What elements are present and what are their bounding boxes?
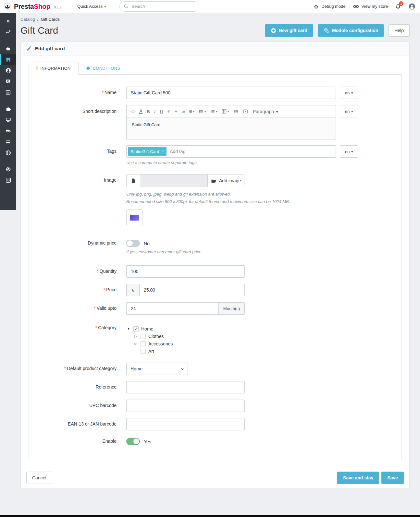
valid-upto-label: *Valid upto — [29, 302, 126, 315]
caret-down-icon: ▾ — [351, 91, 353, 95]
shopping-basket-icon — [5, 45, 11, 51]
sidebar-item-modules[interactable] — [0, 103, 16, 114]
currency-prefix: € — [127, 284, 140, 296]
default-category-select[interactable]: Home ∨ — [126, 363, 188, 375]
tags-label: Tags — [29, 145, 126, 165]
add-image-button[interactable]: Add image — [207, 174, 244, 187]
cancel-button[interactable]: Cancel — [26, 472, 52, 484]
breadcrumb-catalog[interactable]: Catalog — [20, 17, 35, 22]
table-button[interactable]: ▾ — [220, 107, 231, 116]
text-color-button[interactable]: A — [137, 107, 144, 116]
editor-content[interactable]: Static Gift Card — [127, 118, 336, 139]
save-button[interactable]: Save — [381, 472, 404, 484]
category-accessories-label[interactable]: Accessories — [148, 341, 173, 346]
category-home-label[interactable]: Home — [141, 326, 153, 331]
bottom-bar — [0, 515, 420, 517]
language-code: en — [345, 109, 350, 114]
bar-chart-icon — [5, 90, 11, 95]
months-suffix: Month(s) — [218, 303, 244, 314]
align-button[interactable]: ≡▾ — [187, 107, 196, 116]
image-upload-group: Add image — [126, 174, 244, 187]
category-art-label[interactable]: Art — [148, 349, 154, 354]
gear-icon — [5, 166, 11, 172]
sidebar-item-advanced-parameters[interactable] — [0, 174, 16, 186]
insert-image-button[interactable] — [231, 107, 241, 116]
checkbox-home[interactable]: ✓ — [133, 326, 139, 331]
notifications-button[interactable]: 1 — [395, 3, 401, 10]
gear-square-icon — [5, 177, 11, 183]
underline-button[interactable]: U — [158, 107, 165, 116]
numbered-list-button[interactable]: ▾ — [208, 107, 220, 116]
save-and-stay-button[interactable]: Save and stay — [337, 472, 379, 484]
blockquote-button[interactable]: ” — [172, 107, 179, 116]
tab-conditions[interactable]: CONDITIONS — [79, 62, 128, 75]
dynamic-price-toggle[interactable] — [126, 240, 140, 247]
sidebar-item-shop-parameters[interactable] — [0, 163, 16, 174]
sidebar-item-orders[interactable] — [0, 43, 16, 54]
category-tree: ▾ ✓ Home ▷ Clothes ▷ Accessories — [126, 322, 173, 355]
strikethrough-button[interactable]: T — [166, 107, 172, 116]
gift-card-thumbnail[interactable] — [126, 209, 142, 226]
sidebar-item-stats[interactable] — [0, 87, 16, 98]
sidebar-item-design[interactable] — [0, 114, 16, 125]
sidebar-item-international[interactable] — [0, 147, 16, 158]
debug-mode-label: Debug mode — [321, 4, 345, 9]
insert-media-button[interactable] — [241, 107, 250, 116]
name-input[interactable] — [126, 87, 336, 99]
image-label: Image — [29, 174, 126, 226]
sidebar-item-catalog[interactable] — [0, 54, 16, 65]
new-gift-card-button[interactable]: New gift card — [265, 24, 313, 37]
tab-information[interactable]: i INFORMATION — [29, 62, 79, 75]
enable-toggle[interactable] — [126, 438, 140, 445]
sidebar-collapse-toggle[interactable]: » — [0, 16, 16, 27]
valid-upto-input[interactable] — [127, 303, 218, 314]
cancel-label: Cancel — [32, 475, 46, 480]
bold-button[interactable]: B — [145, 107, 152, 116]
debug-mode-button[interactable]: Debug mode — [313, 4, 345, 9]
tree-expand-icon[interactable]: ▷ — [133, 342, 138, 345]
profile-button[interactable] — [408, 3, 415, 10]
module-configuration-button[interactable]: Module configuration — [318, 24, 384, 37]
paragraph-style-dropdown[interactable]: Paragraph ▾ — [250, 109, 281, 114]
panel-title: Edit gift card — [35, 46, 65, 51]
tree-collapse-icon[interactable]: ▾ — [126, 327, 131, 331]
sidebar-item-customer-service[interactable] — [0, 76, 16, 87]
quantity-label: *Quantity — [29, 265, 126, 278]
tags-input[interactable]: Static Gift Card × Add tag — [126, 145, 336, 158]
sidebar-item-shipping[interactable] — [0, 125, 16, 136]
sidebar-item-customers[interactable] — [0, 65, 16, 76]
gift-card-image — [130, 215, 139, 221]
link-button[interactable]: ∞ — [179, 107, 187, 116]
remove-tag-icon[interactable]: × — [162, 149, 164, 154]
file-browse-button[interactable] — [127, 174, 141, 187]
name-language-dropdown[interactable]: en ▾ — [340, 87, 358, 99]
global-search[interactable] — [119, 1, 199, 12]
reference-input[interactable] — [126, 381, 245, 393]
file-icon — [131, 178, 136, 184]
quantity-input[interactable] — [126, 265, 245, 278]
view-store-button[interactable]: View my store — [353, 4, 388, 9]
checkbox-art[interactable] — [141, 349, 146, 354]
source-code-button[interactable]: < > — [129, 107, 137, 116]
description-language-dropdown[interactable]: en ▾ — [340, 105, 358, 117]
checkbox-clothes[interactable] — [141, 334, 146, 339]
upc-input[interactable] — [126, 400, 245, 412]
quick-access-menu[interactable]: Quick Access ▾ — [77, 4, 106, 9]
credit-card-icon — [5, 139, 11, 145]
tags-language-dropdown[interactable]: en ▾ — [340, 145, 358, 158]
prestashop-logo[interactable]: PrestaShop 8.1.7 — [3, 2, 62, 11]
italic-button[interactable]: I — [152, 107, 158, 116]
ean-input[interactable] — [126, 418, 245, 430]
category-clothes-label[interactable]: Clothes — [148, 334, 164, 339]
sidebar-item-payment[interactable] — [0, 136, 16, 147]
help-button[interactable]: Help — [389, 24, 410, 37]
search-input[interactable] — [131, 4, 183, 9]
breadcrumb-gift-cards[interactable]: Gift Cards — [41, 17, 60, 22]
category-label: *Category — [29, 322, 126, 355]
tree-expand-icon[interactable]: ▷ — [133, 334, 138, 338]
checkbox-accessories[interactable] — [141, 341, 146, 346]
price-input[interactable] — [140, 284, 244, 296]
check-icon: ✓ — [134, 327, 138, 331]
bullet-list-button[interactable]: ▾ — [197, 107, 208, 116]
sidebar-item-dashboard[interactable] — [0, 27, 16, 38]
